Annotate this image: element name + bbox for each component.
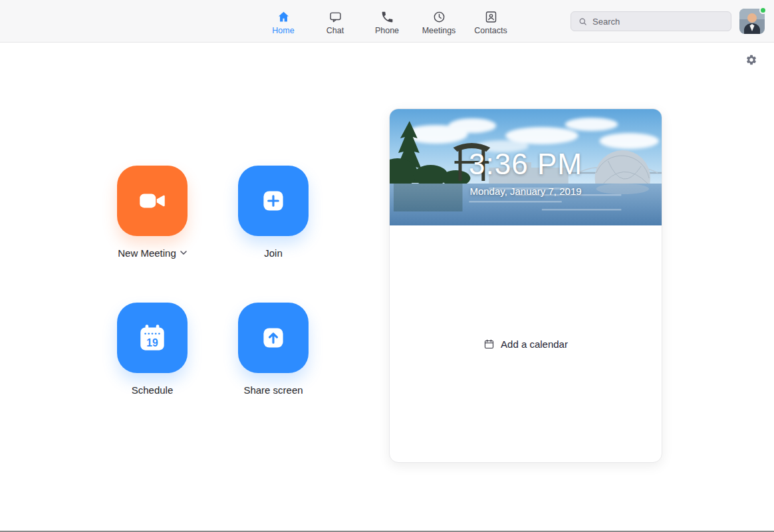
new-meeting-label: New Meeting <box>117 247 188 259</box>
tab-phone-label: Phone <box>375 27 399 35</box>
clock-overlay: 3:36 PM Monday, January 7, 2019 <box>390 109 662 225</box>
tab-home-label: Home <box>272 27 294 35</box>
tab-meetings[interactable]: Meetings <box>413 7 465 35</box>
action-schedule: 19 Schedule <box>117 303 188 396</box>
top-navigation-bar: Home Chat Phone Meetings <box>0 0 774 43</box>
action-new-meeting: New Meeting <box>117 166 188 259</box>
action-join: Join <box>238 166 309 259</box>
new-meeting-label-text: New Meeting <box>118 247 176 259</box>
add-calendar-button[interactable]: Add a calendar <box>483 338 568 350</box>
home-icon <box>277 10 291 24</box>
tab-meetings-label: Meetings <box>422 27 456 35</box>
calendar-outline-icon <box>483 338 495 350</box>
calendar-day-number: 19 <box>146 337 158 348</box>
search-input[interactable] <box>592 17 724 27</box>
tab-home[interactable]: Home <box>257 7 309 35</box>
main-tabs: Home Chat Phone Meetings <box>257 0 517 42</box>
tab-chat-label: Chat <box>326 27 344 35</box>
join-label-text: Join <box>264 247 283 259</box>
share-screen-button[interactable] <box>238 303 309 373</box>
calendar-icon: 19 <box>136 321 169 354</box>
join-label: Join <box>238 247 309 259</box>
schedule-label-text: Schedule <box>132 384 174 396</box>
settings-button[interactable] <box>745 54 758 67</box>
card-body: Add a calendar <box>390 225 662 462</box>
arrow-up-icon <box>257 321 290 354</box>
clock-date: Monday, January 7, 2019 <box>469 186 581 197</box>
contact-card-icon <box>484 10 498 24</box>
tab-chat[interactable]: Chat <box>309 7 361 35</box>
tab-contacts-label: Contacts <box>474 27 507 35</box>
schedule-label: Schedule <box>117 384 188 396</box>
schedule-button[interactable]: 19 <box>117 303 188 373</box>
action-share-screen: Share screen <box>238 303 309 396</box>
video-camera-icon <box>136 184 169 217</box>
search-box[interactable] <box>571 11 731 31</box>
phone-icon <box>380 10 394 24</box>
home-panel-card: 3:36 PM Monday, January 7, 2019 Add a ca… <box>389 108 662 463</box>
tab-contacts[interactable]: Contacts <box>465 7 517 35</box>
plus-icon <box>257 184 290 217</box>
chevron-down-icon[interactable] <box>180 251 187 255</box>
join-button[interactable] <box>238 166 309 236</box>
gear-icon <box>745 54 757 66</box>
search-icon <box>578 17 588 27</box>
new-meeting-button[interactable] <box>117 166 188 236</box>
clock-icon <box>432 10 446 24</box>
share-screen-label: Share screen <box>238 384 309 396</box>
chat-bubble-icon <box>328 10 342 24</box>
online-status-dot <box>759 7 767 14</box>
clock-time: 3:36 PM <box>469 148 582 181</box>
add-calendar-label: Add a calendar <box>501 338 568 350</box>
time-banner: 3:36 PM Monday, January 7, 2019 <box>390 109 662 225</box>
tab-phone[interactable]: Phone <box>361 7 413 35</box>
share-screen-label-text: Share screen <box>243 384 303 396</box>
